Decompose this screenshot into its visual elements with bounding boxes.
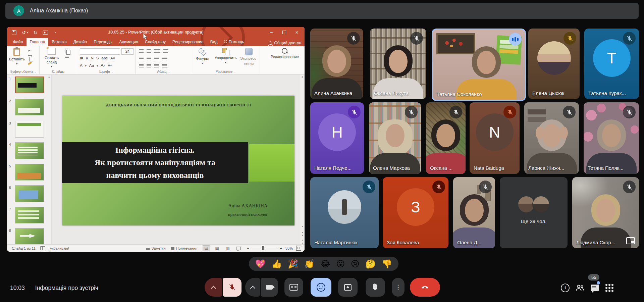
tab-animations[interactable]: Анимация — [116, 38, 141, 46]
reset-slide-icon[interactable] — [65, 56, 69, 59]
arrange-button[interactable]: Упорядочить▾ — [215, 48, 236, 64]
font-color-button[interactable]: А — [80, 63, 83, 67]
slide-thumbnail-7[interactable]: 7 — [7, 207, 47, 225]
participant-tile-speaking[interactable]: Татьяна Соколенко — [432, 29, 526, 101]
editing-button[interactable]: Редактирование — [271, 48, 299, 59]
scroll-down-icon[interactable]: ▼ — [300, 224, 305, 229]
slide-thumbnail-5[interactable]: 5 — [7, 164, 47, 183]
shapes-button[interactable]: Фигуры▾ — [196, 48, 209, 65]
raise-hand-button[interactable] — [366, 278, 385, 297]
dialog-launcher-icon[interactable]: ⌟ — [168, 70, 169, 73]
notes-button[interactable]: Заметки — [146, 246, 166, 250]
reaction-heart-button[interactable]: 💖 — [255, 260, 266, 268]
reaction-surprised-button[interactable]: 😮 — [336, 260, 345, 268]
slideshow-view-button[interactable] — [235, 245, 242, 251]
grow-font-button[interactable]: А˄ — [101, 63, 105, 68]
activities-button[interactable] — [602, 281, 617, 295]
change-case-button[interactable]: Аа — [89, 63, 94, 67]
font-size-combobox[interactable]: 24 — [121, 48, 133, 55]
italic-button[interactable]: К — [86, 56, 88, 60]
language-indicator[interactable]: украинский — [50, 246, 69, 250]
comments-button[interactable]: Примечания — [171, 246, 198, 250]
slide-sorter-view-button[interactable]: ▦ — [213, 245, 221, 251]
columns-icon[interactable] — [163, 49, 168, 53]
new-slide-button[interactable]: Создать слайд▾ — [42, 48, 61, 68]
reaction-party-button[interactable]: 🎉 — [288, 260, 298, 268]
text-direction-icon[interactable] — [154, 57, 159, 60]
participant-tile[interactable]: Олена Маркова — [369, 102, 421, 174]
align-text-icon[interactable] — [162, 57, 167, 60]
meeting-title[interactable]: Інформація про зустріч — [35, 285, 98, 292]
spellcheck-icon[interactable] — [40, 246, 45, 250]
align-center-icon[interactable] — [147, 64, 151, 68]
paste-button[interactable]: Вставить▾ — [9, 48, 25, 65]
mic-toggle-button[interactable] — [223, 278, 241, 297]
participant-tile[interactable]: Наталія Мартинюк — [310, 177, 379, 248]
end-call-button[interactable] — [410, 278, 440, 297]
slide-thumbnail-4[interactable]: 4 — [7, 142, 47, 161]
dialog-launcher-icon[interactable]: ⌟ — [234, 70, 235, 73]
reaction-thumbs-down-button[interactable]: 👎 — [382, 260, 392, 268]
dialog-launcher-icon[interactable]: ⌟ — [35, 70, 36, 73]
dialog-launcher-icon[interactable]: ⌟ — [112, 70, 113, 73]
picture-in-picture-icon[interactable] — [626, 237, 635, 244]
cut-icon[interactable]: ✂ — [28, 49, 31, 53]
participant-tile[interactable]: Елена Цысюк — [528, 29, 580, 99]
tab-review[interactable]: Рецензирование — [169, 38, 207, 46]
quick-styles-button[interactable]: Экспресс- стили — [240, 48, 257, 66]
justify-icon[interactable] — [162, 64, 167, 68]
info-button[interactable]: i — [558, 281, 573, 295]
participant-tile[interactable]: Людмила Скор... — [572, 177, 639, 248]
participant-tile[interactable]: N Nata Baiduga — [470, 102, 520, 174]
tab-home[interactable]: Главная — [26, 38, 49, 46]
align-left-icon[interactable] — [139, 64, 144, 68]
zoom-level[interactable]: 55% — [285, 246, 293, 250]
numbering-icon[interactable] — [147, 49, 151, 53]
tab-insert[interactable]: Вставка — [48, 38, 70, 46]
slide-layout-icon[interactable] — [65, 49, 69, 53]
bold-button[interactable]: Ж — [80, 56, 83, 60]
people-button[interactable] — [573, 281, 587, 295]
scroll-up-icon[interactable]: ▲ — [300, 74, 305, 79]
character-spacing-button[interactable]: AV — [110, 56, 115, 60]
zoom-out-button[interactable]: − — [247, 246, 249, 250]
minimize-button[interactable] — [265, 27, 278, 38]
captions-button[interactable] — [284, 278, 303, 297]
text-shadow-button[interactable]: S — [96, 56, 99, 60]
reaction-thinking-button[interactable]: 🤔 — [365, 260, 376, 268]
maximize-button[interactable] — [278, 27, 290, 38]
participant-tile[interactable]: Т Татьяна Курак... — [584, 29, 639, 99]
camera-options-button[interactable] — [245, 278, 260, 297]
reactions-button[interactable] — [311, 278, 331, 297]
camera-toggle-button[interactable] — [261, 278, 278, 297]
align-right-icon[interactable] — [154, 64, 159, 68]
mic-options-button[interactable] — [205, 278, 222, 297]
fit-to-window-icon[interactable] — [296, 246, 301, 251]
tab-design[interactable]: Дизайн — [70, 38, 90, 46]
tab-file[interactable]: Файл — [10, 38, 26, 46]
normal-view-button[interactable]: ▤ — [203, 245, 210, 251]
bullets-icon[interactable] — [139, 49, 144, 53]
reaction-clap-button[interactable]: 👏 — [304, 260, 315, 268]
participant-tile[interactable]: Оксана ... — [426, 102, 466, 174]
share-button[interactable]: Общий доступ — [269, 41, 301, 45]
shrink-font-button[interactable]: А˅ — [108, 63, 112, 67]
underline-button[interactable]: Ч — [91, 56, 94, 60]
reading-view-button[interactable]: ▥ — [224, 245, 231, 251]
previous-slide-icon[interactable]: ▲▲ — [300, 231, 305, 236]
slide-thumbnail-3[interactable]: 3 — [7, 121, 47, 140]
participant-tile[interactable]: Олена Д... — [453, 177, 495, 248]
decrease-indent-icon[interactable] — [139, 57, 144, 60]
strikethrough-button[interactable]: abc — [102, 56, 108, 60]
slide-scrollbar[interactable]: ▲ ▼ ▲▲ ▼▼ — [300, 74, 305, 244]
reaction-sad-button[interactable]: 😢 — [351, 260, 360, 268]
copy-icon[interactable] — [28, 55, 32, 60]
close-button[interactable]: ✕ — [290, 27, 303, 38]
zoom-in-button[interactable]: + — [280, 246, 282, 250]
participant-tile[interactable]: З Зоя Ковалева — [383, 177, 448, 248]
slide-thumbnail-1[interactable]: 1 — [7, 77, 47, 95]
increase-indent-icon[interactable] — [147, 57, 151, 60]
next-slide-icon[interactable]: ▼▼ — [300, 239, 305, 244]
participant-tile[interactable]: Оксана Лихута — [370, 29, 426, 99]
overflow-tile[interactable]: Ще 39 чол. — [500, 177, 568, 248]
